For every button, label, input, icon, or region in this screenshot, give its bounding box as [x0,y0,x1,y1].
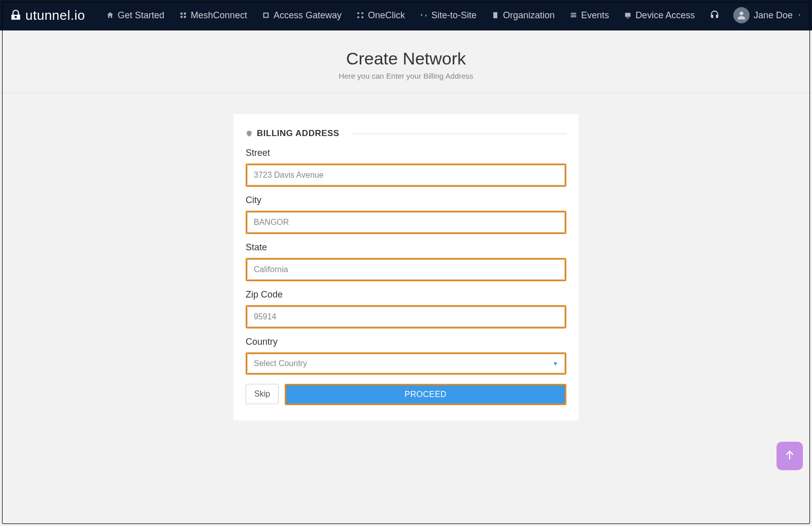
highlight-box [246,211,566,234]
section-title: BILLING ADDRESS [246,128,340,139]
field-zip: Zip Code [246,289,566,328]
country-placeholder: Select Country [254,359,307,368]
svg-rect-5 [626,18,629,18]
city-input[interactable] [247,212,565,233]
section-title-text: BILLING ADDRESS [257,128,340,139]
nav-label: Get Started [118,10,164,21]
billing-form-card: BILLING ADDRESS Street City State Zip Co… [233,114,579,420]
nav-label: Access Gateway [274,10,342,21]
top-navbar: utunnel.io Get Started MeshConnect Acces… [0,0,812,30]
page-title: Create Network [0,49,812,69]
street-input[interactable] [247,165,565,185]
gateway-icon [261,11,270,20]
scroll-top-button[interactable] [776,442,803,470]
proceed-button[interactable]: PROCEED [286,385,565,404]
nav-access-gateway[interactable]: Access Gateway [261,10,342,21]
svg-point-3 [361,16,363,18]
nav-meshconnect[interactable]: MeshConnect [179,10,247,21]
highlight-box: PROCEED [285,384,566,405]
nav-right: Jane Doe ▼ [709,7,803,23]
highlight-box: Select Country ▼ [246,352,566,375]
country-label: Country [246,337,566,347]
button-row: Skip PROCEED [246,384,566,405]
state-label: State [246,242,566,253]
user-name: Jane Doe [754,10,793,21]
avatar [733,7,750,23]
state-input[interactable] [247,259,565,280]
nav-device-access[interactable]: Device Access [623,10,695,21]
device-icon [623,11,632,20]
brand-logo[interactable]: utunnel.io [9,8,85,23]
svg-point-2 [357,16,359,18]
page-subtitle: Here you can Enter your Billing Address [0,72,812,80]
section-head: BILLING ADDRESS [246,128,566,139]
field-state: State [246,242,566,281]
zip-input[interactable] [247,307,565,327]
swap-icon [419,11,428,20]
svg-rect-4 [625,13,631,17]
skip-button[interactable]: Skip [246,384,279,404]
highlight-box [246,163,566,187]
highlight-box [246,305,566,328]
field-street: Street [246,148,566,187]
grid-icon [356,11,365,20]
brand-icon [9,9,22,22]
nav-organization[interactable]: Organization [491,10,555,21]
nav-events[interactable]: Events [569,10,609,21]
nav-oneclick[interactable]: OneClick [356,10,405,21]
field-country: Country Select Country ▼ [246,337,566,375]
nav-label: MeshConnect [191,10,247,21]
list-icon [569,11,578,20]
highlight-box [246,258,566,281]
nav-label: Events [581,10,609,21]
nav-label: OneClick [368,10,405,21]
page-header: Create Network Here you can Enter your B… [0,30,812,93]
brand-name: utunnel.io [25,8,85,23]
nav-get-started[interactable]: Get Started [106,10,164,21]
country-select[interactable]: Select Country ▼ [247,354,565,373]
arrow-up-icon [783,448,796,464]
zip-label: Zip Code [246,289,566,300]
building-icon [491,11,500,20]
chevron-down-icon: ▼ [553,360,558,367]
user-menu[interactable]: Jane Doe ▼ [733,7,803,23]
svg-point-1 [361,12,363,14]
svg-point-6 [739,12,743,15]
shield-icon [246,130,253,137]
home-icon [106,11,115,20]
nav-label: Site-to-Site [431,10,477,21]
support-icon[interactable] [709,10,720,21]
nav-items: Get Started MeshConnect Access Gateway O… [106,10,709,21]
city-label: City [246,195,566,206]
nav-label: Device Access [635,10,695,21]
nav-label: Organization [503,10,555,21]
field-city: City [246,195,566,234]
nav-site-to-site[interactable]: Site-to-Site [419,10,477,21]
svg-point-0 [357,12,359,14]
street-label: Street [246,148,566,158]
mesh-icon [179,11,188,20]
divider [352,134,566,134]
scrollbar-thumb[interactable] [800,3,809,26]
